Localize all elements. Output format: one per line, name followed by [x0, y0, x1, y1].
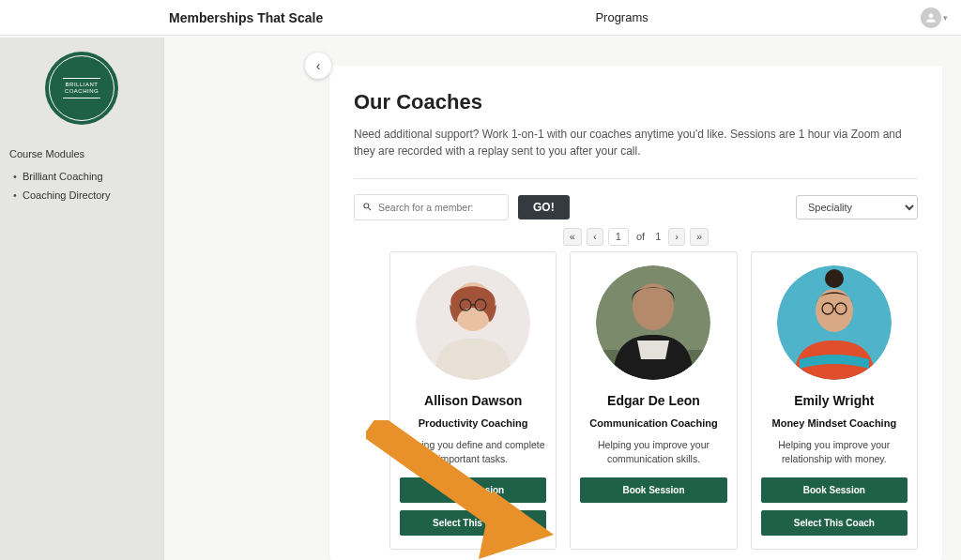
svg-point-13 [825, 269, 844, 288]
chevron-left-icon: ‹ [316, 58, 321, 73]
coach-photo [777, 265, 892, 380]
pager-first-button[interactable]: « [563, 228, 582, 246]
sidebar-heading: Course Modules [9, 148, 154, 159]
coach-speciality: Communication Coaching [580, 417, 726, 429]
brand-logo[interactable]: BRILLIANTCOACHING [45, 52, 118, 125]
sidebar-item-brilliant-coaching[interactable]: Brilliant Coaching [9, 167, 154, 186]
search-input[interactable] [378, 202, 500, 213]
user-menu-button[interactable]: ▾ [921, 8, 948, 28]
brand-title: Memberships That Scale [169, 10, 323, 25]
pager-next-button[interactable]: › [668, 228, 685, 246]
coach-speciality: Money Mindset Coaching [761, 417, 908, 429]
main-panel: Our Coaches Need additional support? Wor… [329, 66, 942, 560]
sidebar-item-coaching-directory[interactable]: Coaching Directory [9, 186, 154, 204]
nav-programs-link[interactable]: Programs [323, 10, 921, 24]
coach-card: Emily Wright Money Mindset Coaching Help… [751, 251, 918, 549]
book-session-button[interactable]: Book Session [580, 477, 726, 503]
pager-total-pages: 1 [651, 231, 664, 242]
svg-point-12 [816, 289, 853, 332]
pager-of-label: of [633, 231, 648, 242]
back-button[interactable]: ‹ [305, 53, 331, 79]
coach-card: Edgar De Leon Communication Coaching Hel… [570, 251, 737, 549]
pagination: « ‹ 1 of 1 › » [354, 228, 918, 246]
coach-name: Edgar De Leon [580, 393, 726, 408]
avatar-icon [921, 8, 941, 28]
select-coach-button[interactable]: Select This Coach [761, 510, 908, 536]
coach-speciality: Productivity Coaching [400, 417, 546, 429]
coach-photo [596, 265, 710, 380]
coach-name: Allison Dawson [400, 393, 546, 408]
search-go-button[interactable]: GO! [518, 195, 570, 219]
pager-prev-button[interactable]: ‹ [587, 228, 603, 246]
coach-photo [416, 265, 530, 380]
page-description: Need additional support? Work 1-on-1 wit… [354, 126, 918, 159]
chevron-down-icon: ▾ [943, 13, 948, 23]
sidebar: BRILLIANTCOACHING Course Modules Brillia… [0, 38, 164, 560]
book-session-button[interactable]: Book Session [400, 477, 546, 503]
search-icon [362, 199, 378, 216]
sidebar-list: Brilliant Coaching Coaching Directory [9, 167, 154, 204]
speciality-filter[interactable]: Speciality [796, 195, 918, 219]
directory-toolbar: GO! Speciality [354, 178, 918, 220]
pager-current-page: 1 [608, 228, 629, 246]
coach-bio: Helping you improve your communication s… [580, 438, 726, 465]
page-title: Our Coaches [354, 90, 918, 114]
content-area: ‹ Our Coaches Need additional support? W… [164, 38, 961, 560]
coach-bio: Helping you define and complete importan… [400, 438, 546, 465]
pager-last-button[interactable]: » [690, 228, 709, 246]
coaches-grid: Allison Dawson Productivity Coaching Hel… [354, 251, 918, 549]
top-navigation: Memberships That Scale Programs ▾ [0, 0, 961, 36]
coach-card: Allison Dawson Productivity Coaching Hel… [389, 251, 557, 549]
coach-name: Emily Wright [761, 393, 908, 408]
coach-bio: Helping you improve your relationship wi… [761, 438, 908, 465]
book-session-button[interactable]: Book Session [761, 477, 908, 503]
brand-logo-text: BRILLIANTCOACHING [63, 78, 100, 98]
select-coach-button[interactable]: Select This Coach [400, 510, 546, 536]
search-field[interactable] [354, 194, 509, 220]
